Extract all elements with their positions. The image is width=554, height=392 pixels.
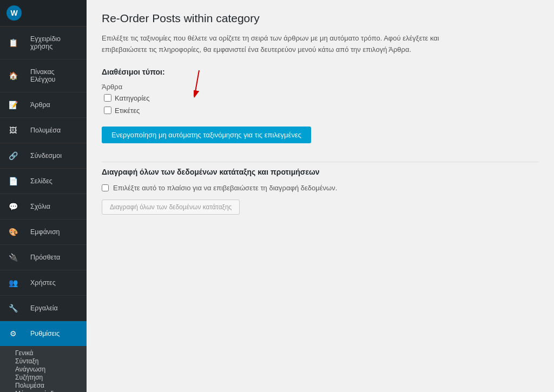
checkbox-row-categories: Κατηγορίες	[104, 94, 539, 102]
content-wrap: Re-Order Posts within category Επιλέξτε …	[102, 11, 539, 215]
sidebar-label-posts: Άρθρα	[24, 97, 57, 113]
sidebar-item-users[interactable]: 👥Χρήστες	[0, 270, 87, 296]
sidebar-item-tools[interactable]: 🔧Εργαλεία	[0, 296, 87, 321]
sidebar-label-plugins: Πρόσθετα	[24, 249, 67, 265]
confirm-delete-checkbox[interactable]	[102, 184, 109, 191]
sidebar-item-dashboard[interactable]: 🏠Πίνακας Ελέγχου	[0, 59, 87, 92]
pages-icon: 📄	[6, 177, 19, 185]
sidebar-item-comments[interactable]: 💬Σχόλια	[0, 194, 87, 220]
submenu-permalinks[interactable]: Μόνιμοι σύνδεσμοι	[0, 389, 87, 392]
checkbox-categories[interactable]	[104, 94, 111, 102]
sidebar-label-settings: Ρυθμίσεις	[24, 325, 66, 342]
sidebar-label-links: Σύνδεσμοι	[24, 148, 68, 164]
sidebar-label-pages: Σελίδες	[24, 173, 59, 189]
tools-icon: 🔧	[6, 304, 19, 313]
dashboard-icon: 🏠	[6, 71, 19, 80]
sidebar-menu: 📋Εγχειρίδιο χρήσης 🏠Πίνακας Ελέγχου 📝Άρθ…	[0, 26, 87, 347]
posts-icon: 📝	[6, 101, 19, 109]
sidebar-label-manual: Εγχειρίδιο χρήσης	[24, 31, 80, 55]
sidebar-label-tools: Εργαλεία	[24, 300, 64, 316]
section1-heading: Διαθέσιμοι τύποι:	[102, 68, 539, 76]
manual-icon: 📋	[6, 38, 19, 47]
label-categories[interactable]: Κατηγορίες	[115, 94, 149, 102]
sidebar-item-pages[interactable]: 📄Σελίδες	[0, 169, 87, 194]
sidebar-item-media[interactable]: 🖼Πολυμέσα	[0, 118, 87, 143]
users-icon: 👥	[6, 278, 19, 287]
sidebar-logo: W	[0, 0, 87, 26]
delete-confirm-row: Επιλέξτε αυτό το πλαίσιο για να επιβεβαι…	[102, 184, 539, 192]
sidebar-label-media: Πολυμέσα	[24, 122, 67, 138]
sidebar-item-appearance[interactable]: 🎨Εμφάνιση	[0, 220, 87, 245]
confirm-delete-label[interactable]: Επιλέξτε αυτό το πλαίσιο για να επιβεβαι…	[113, 184, 337, 192]
links-icon: 🔗	[6, 151, 19, 160]
wp-logo-icon: W	[6, 5, 22, 21]
sidebar-label-dashboard: Πίνακας Ελέγχου	[24, 64, 80, 88]
appearance-icon: 🎨	[6, 228, 19, 236]
checkbox-tags[interactable]	[104, 107, 111, 114]
sidebar-label-appearance: Εμφάνιση	[24, 224, 67, 240]
sidebar-item-manual[interactable]: 📋Εγχειρίδιο χρήσης	[0, 26, 87, 59]
plugins-icon: 🔌	[6, 253, 19, 262]
settings-icon: ⚙	[6, 329, 19, 338]
post-type-label: Άρθρα	[102, 83, 539, 91]
content-area: Re-Order Posts within category Επιλέξτε …	[87, 0, 554, 392]
sidebar-item-posts[interactable]: 📝Άρθρα	[0, 92, 87, 118]
sidebar-label-comments: Σχόλια	[24, 198, 57, 215]
activate-button[interactable]: Ενεργοποίηση μη αυτόματης ταξινόμησης γι…	[102, 127, 311, 143]
sidebar: W 📋Εγχειρίδιο χρήσης 🏠Πίνακας Ελέγχου 📝Ά…	[0, 0, 87, 392]
page-description: Επιλέξτε τις ταξινομίες που θέλετε να ορ…	[102, 33, 480, 56]
sidebar-label-users: Χρήστες	[24, 275, 62, 291]
comments-icon: 💬	[6, 202, 19, 211]
main-content: Re-Order Posts within category Επιλέξτε …	[87, 0, 554, 392]
sidebar-item-plugins[interactable]: 🔌Πρόσθετα	[0, 245, 87, 270]
section2-heading: Διαγραφή όλων των δεδομένων κατάταξης κα…	[102, 162, 539, 176]
checkbox-row-tags: Ετικέτες	[104, 107, 539, 115]
media-icon: 🖼	[6, 126, 19, 135]
section-available-types: Διαθέσιμοι τύποι: Άρθρα Κατηγορίες Ετικέ…	[102, 68, 539, 158]
page-title: Re-Order Posts within category	[102, 11, 539, 25]
section-delete-data: Διαγραφή όλων των δεδομένων κατάταξης κα…	[102, 162, 539, 215]
sidebar-item-settings[interactable]: ⚙Ρυθμίσεις	[0, 321, 87, 347]
sidebar-item-links[interactable]: 🔗Σύνδεσμοι	[0, 143, 87, 169]
delete-button[interactable]: Διαγραφή όλων των δεδομένων κατάταξης	[102, 200, 240, 215]
settings-submenu: Γενικά Σύνταξη Ανάγνωση Συζήτηση Πολυμέσ…	[0, 347, 87, 392]
label-tags[interactable]: Ετικέτες	[115, 107, 140, 115]
